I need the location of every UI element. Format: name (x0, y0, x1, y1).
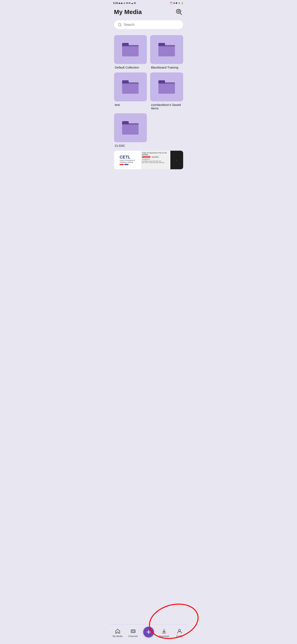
ai-search-button[interactable] (175, 8, 183, 16)
folder-icon (122, 121, 139, 134)
cetl-logo-text: CETL (120, 155, 130, 160)
folder-label: Default Collection (114, 66, 147, 69)
list-item[interactable]: Default Collection (114, 35, 147, 69)
preview-card[interactable]: CETL Center for Excellence inTeaching & … (114, 151, 183, 169)
preview-questions: Copy of 9 Questions Poll on 28-08-2024 P… (141, 151, 171, 169)
folder-card-blackboard-training[interactable] (150, 35, 183, 64)
header: My Media (110, 5, 187, 18)
cetl-description: Center for Excellence inTeaching & Learn… (120, 160, 135, 163)
folder-icon (158, 43, 175, 56)
content-area: Default Collection Blackboard Training (110, 32, 187, 194)
folder-label: Blackboard Training (150, 66, 183, 69)
svg-line-5 (120, 26, 121, 26)
list-item[interactable]: zzzrdavidson's Saved Items (150, 72, 183, 110)
page-title: My Media (114, 8, 142, 16)
search-icon (118, 23, 122, 27)
folder-label: test (114, 103, 147, 106)
folder-label: CLSSC (114, 144, 147, 148)
list-item[interactable]: test (114, 72, 147, 110)
folders-grid: Default Collection Blackboard Training (110, 32, 187, 113)
folder-card-clssc[interactable] (114, 113, 147, 142)
search-input[interactable] (124, 23, 179, 27)
status-icons: ⏰ N ✱ ▼ 🔋 (170, 2, 184, 4)
search-bar[interactable] (114, 20, 183, 29)
list-item[interactable]: Blackboard Training (150, 35, 183, 69)
status-time: 9.26 ▶ ▶ ⚠ ✉ ✉ ☁ ✉ (113, 2, 136, 4)
folder-icon (158, 80, 175, 94)
folder-icon (122, 43, 139, 56)
folder-card-test[interactable] (114, 72, 147, 101)
status-bar: 9.26 ▶ ▶ ⚠ ✉ ✉ ☁ ✉ ⏰ N ✱ ▼ 🔋 (110, 0, 187, 5)
folder-card-default-collection[interactable] (114, 35, 147, 64)
svg-line-1 (180, 13, 182, 15)
list-item[interactable]: CLSSC (114, 113, 147, 148)
folder-single-row: CLSSC (110, 113, 187, 149)
ai-search-icon (175, 8, 183, 16)
folder-card-saved-items[interactable] (150, 72, 183, 101)
folder-icon (122, 80, 139, 94)
preview-cetl: CETL Center for Excellence inTeaching & … (114, 151, 141, 169)
folder-label: zzzrdavidson's Saved Items (150, 103, 183, 110)
preview-dark: >_ (170, 151, 183, 169)
